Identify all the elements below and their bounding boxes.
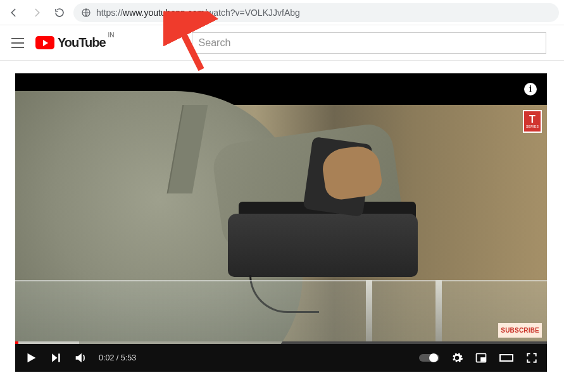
svg-rect-6: [500, 355, 513, 361]
youtube-logo[interactable]: YouTube IN: [35, 35, 106, 50]
volume-button[interactable]: [73, 351, 87, 365]
youtube-play-icon: [35, 36, 54, 49]
content-area: i T SERIES SUBSCRIBE: [0, 61, 564, 372]
video-player[interactable]: i T SERIES SUBSCRIBE: [15, 73, 547, 372]
autoplay-toggle[interactable]: [419, 352, 439, 364]
country-code: IN: [108, 32, 115, 39]
svg-point-3: [429, 353, 438, 362]
globe-icon: [81, 8, 91, 18]
info-icon[interactable]: i: [524, 83, 537, 95]
player-controls: 0:02 / 5:53: [15, 344, 547, 372]
youtube-wordmark: YouTube: [58, 35, 106, 50]
browser-toolbar: https://www.youtubepp.com/watch?v=VOLKJJ…: [0, 0, 564, 25]
search-box[interactable]: [192, 32, 546, 54]
reload-button[interactable]: [51, 4, 68, 21]
video-still: [15, 105, 547, 341]
svg-rect-5: [481, 358, 486, 361]
address-bar[interactable]: https://www.youtubepp.com/watch?v=VOLKJJ…: [73, 3, 559, 22]
play-button[interactable]: [24, 351, 38, 365]
site-header: YouTube IN: [0, 25, 564, 61]
video-frame: [15, 105, 547, 341]
theater-button[interactable]: [499, 352, 514, 364]
settings-button[interactable]: [451, 352, 463, 364]
subscribe-overlay[interactable]: SUBSCRIBE: [498, 323, 542, 338]
time-display: 0:02 / 5:53: [99, 353, 136, 362]
search-input[interactable]: [199, 37, 539, 49]
miniplayer-button[interactable]: [475, 352, 487, 364]
menu-icon[interactable]: [10, 35, 25, 51]
svg-rect-1: [58, 353, 60, 362]
next-button[interactable]: [49, 352, 62, 364]
channel-watermark[interactable]: T SERIES: [523, 110, 542, 133]
back-button[interactable]: [5, 4, 23, 21]
url-text: https://www.youtubepp.com/watch?v=VOLKJJ…: [96, 8, 300, 18]
forward-button[interactable]: [28, 4, 46, 21]
fullscreen-button[interactable]: [525, 352, 538, 364]
